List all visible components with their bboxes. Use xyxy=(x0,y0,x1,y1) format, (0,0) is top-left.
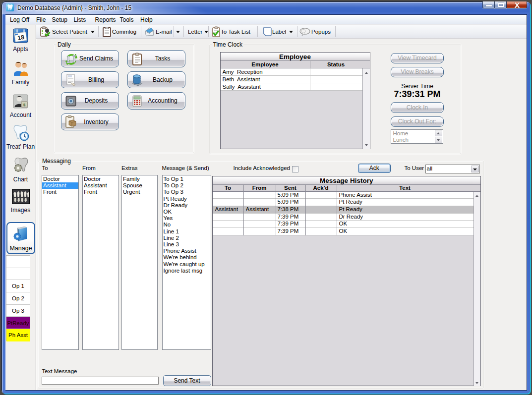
svg-text:18: 18 xyxy=(17,34,25,42)
